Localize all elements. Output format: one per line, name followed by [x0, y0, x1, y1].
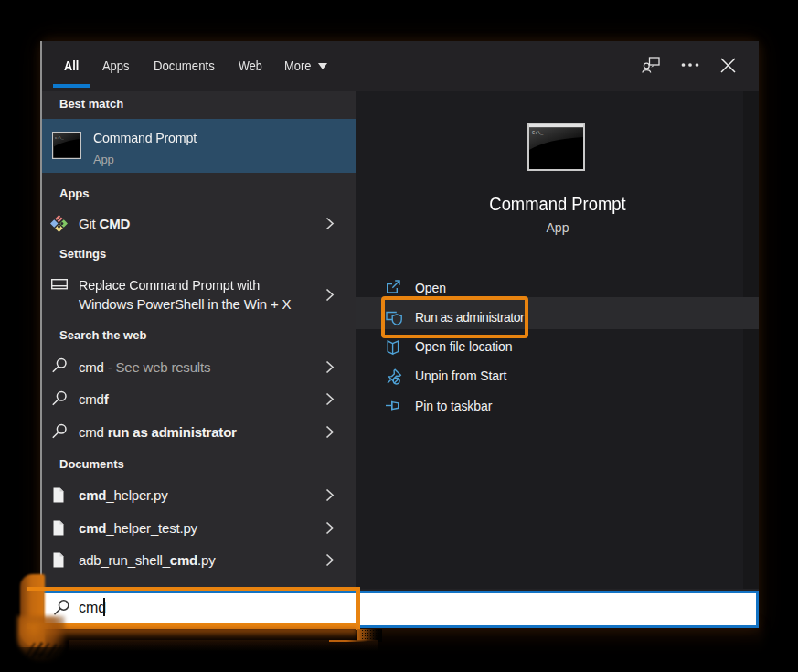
svg-text:C:\_: C:\_ [532, 131, 544, 136]
svg-text:C:\_: C:\_ [55, 136, 64, 140]
